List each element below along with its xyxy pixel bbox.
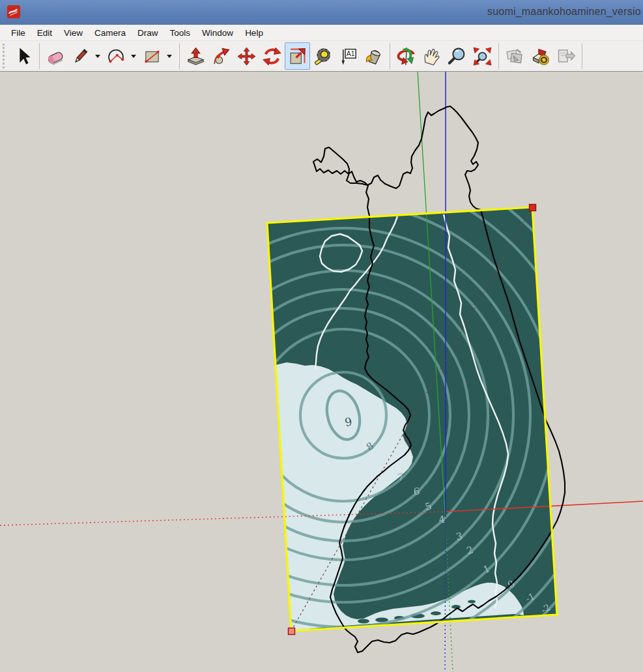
toolbar-separator — [179, 43, 180, 69]
arc-tool-button[interactable] — [104, 42, 128, 70]
select-arrow-icon — [13, 46, 33, 66]
chevron-down-icon — [165, 52, 173, 60]
menu-item-help[interactable]: Help — [239, 26, 269, 40]
zoom-extents-icon — [472, 46, 493, 66]
zoom-icon — [447, 46, 467, 66]
menu-item-window[interactable]: Window — [196, 26, 239, 40]
photo-textures-button[interactable] — [502, 42, 528, 70]
drawing-viewport[interactable]: 9876543210-1-2 — [0, 72, 643, 672]
rotate-button[interactable] — [259, 42, 285, 70]
toolbar-separator — [39, 43, 40, 69]
zoom-button[interactable] — [444, 42, 470, 70]
toolbar: A1 — [0, 41, 643, 72]
move-button[interactable] — [234, 42, 259, 70]
toolbar-grip[interactable] — [3, 44, 8, 68]
rotate-icon — [262, 46, 282, 66]
pan-button[interactable] — [419, 42, 444, 70]
window-title: suomi_maankohoaminen_versio — [487, 6, 643, 18]
toolbar-separator — [582, 43, 582, 69]
toolbar-separator — [498, 43, 499, 69]
menu-bar: FileEditViewCameraDrawToolsWindowHelp — [0, 25, 643, 41]
menu-item-draw[interactable]: Draw — [132, 26, 164, 40]
menu-item-camera[interactable]: Camera — [89, 26, 132, 40]
share-model-button[interactable] — [553, 42, 579, 70]
rectangle-tool-dropdown[interactable] — [164, 42, 175, 70]
share-model-icon — [556, 46, 576, 66]
pencil-icon — [71, 47, 90, 66]
menu-item-edit[interactable]: Edit — [31, 26, 58, 40]
line-tool-dropdown[interactable] — [93, 42, 103, 70]
photo-textures-icon — [505, 46, 525, 66]
dimension-button[interactable]: A1 — [336, 42, 361, 70]
follow-me-button[interactable] — [208, 42, 234, 70]
zoom-extents-button[interactable] — [470, 42, 495, 70]
rectangle-tool-button[interactable] — [140, 42, 164, 70]
chevron-down-icon — [94, 52, 102, 60]
paint-bucket-button[interactable] — [361, 42, 386, 70]
move-icon — [236, 46, 257, 66]
scale-grip-bottom-left[interactable] — [289, 628, 295, 635]
eraser-button[interactable] — [43, 42, 68, 70]
contour-label-6: 6 — [413, 486, 420, 498]
follow-me-icon — [211, 46, 231, 66]
push-pull-icon — [186, 46, 206, 66]
tape-measure-icon — [313, 46, 333, 66]
sketchup-logo-icon — [7, 5, 21, 19]
dimension-icon: A1 — [338, 46, 358, 66]
toolbar-separator — [390, 43, 390, 69]
dimension-icon-label: A1 — [347, 50, 355, 57]
scale-icon — [287, 46, 307, 66]
orbit-icon — [396, 46, 416, 66]
menu-item-view[interactable]: View — [58, 26, 89, 40]
get-models-icon — [530, 46, 550, 66]
orbit-button[interactable] — [393, 42, 419, 70]
arc-tool-dropdown[interactable] — [128, 42, 139, 70]
selected-image-finland-uplift-map[interactable]: 9876543210-1-2 — [61, 132, 626, 672]
menu-item-tools[interactable]: Tools — [164, 26, 197, 40]
sketchup-window: suomi_maankohoaminen_versio FileEditView… — [0, 0, 643, 672]
get-models-button[interactable] — [528, 42, 553, 70]
menu-item-file[interactable]: File — [5, 26, 31, 40]
rectangle-icon — [143, 47, 162, 66]
arc-icon — [107, 47, 126, 66]
select-button[interactable] — [10, 42, 36, 70]
scale-button[interactable] — [285, 42, 310, 70]
pan-hand-icon — [422, 46, 442, 66]
chevron-down-icon — [130, 52, 137, 60]
title-bar[interactable]: suomi_maankohoaminen_versio — [0, 0, 643, 25]
tape-measure-button[interactable] — [310, 42, 336, 70]
model-scene: 9876543210-1-2 — [0, 72, 643, 672]
push-pull-button[interactable] — [183, 42, 208, 70]
eraser-icon — [46, 46, 66, 66]
scale-grip-top-right[interactable] — [530, 205, 536, 211]
line-tool-button[interactable] — [68, 42, 93, 70]
paint-bucket-icon — [364, 46, 384, 66]
